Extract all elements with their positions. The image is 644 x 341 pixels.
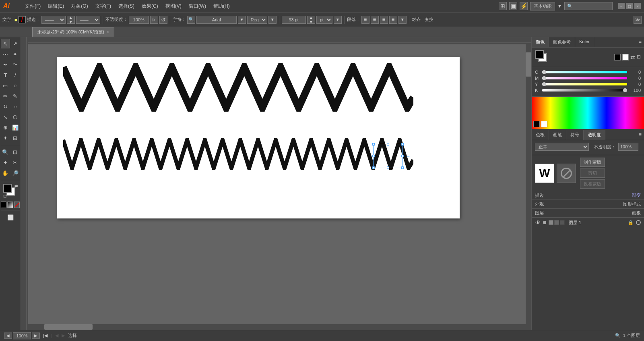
symbol-tool[interactable]: ✦ [1,133,10,143]
close-btn[interactable]: × [634,3,641,9]
eyedropper-tool[interactable]: 🔍 [1,147,10,157]
reflect-tool[interactable]: ↔ [11,102,20,111]
vscroll-thumb[interactable] [526,52,531,77]
menu-object[interactable]: 对象(O) [68,2,91,10]
artboard-tool[interactable]: ⬜ [6,212,15,222]
paintbrush-tool[interactable]: ✏ [1,91,10,101]
tab-symbols[interactable]: 符号 [566,130,584,140]
font-size-arrow[interactable]: ▲▼ [307,16,315,24]
menu-help[interactable]: 帮助(H) [210,2,233,10]
panel-reset-icon[interactable]: ⊡ [637,54,641,60]
menu-window[interactable]: 窗口(W) [186,2,209,10]
shear-tool[interactable]: ⬡ [11,112,20,122]
selection-tool[interactable]: ↖ [1,39,10,48]
magic-wand-tool[interactable]: ✦ [11,49,20,59]
warp-tool[interactable]: ⊕ [1,123,10,132]
minimize-btn[interactable]: − [618,3,625,9]
measure-tool[interactable]: ⊡ [11,147,20,157]
appearance-options-btn[interactable]: ≡ [637,130,644,140]
opacity-input[interactable] [129,16,149,24]
opacity-reset-btn[interactable]: ↺ [159,16,167,24]
lasso-tool[interactable]: ⋯ [1,49,10,59]
rotate-tool[interactable]: ↻ [1,102,10,111]
font-style-arrow[interactable]: ▼ [268,16,277,24]
font-name-input[interactable] [196,16,237,24]
font-name-arrow[interactable]: ▼ [238,16,246,24]
layer-visibility-btn[interactable]: 👁 [535,219,541,226]
direct-selection-tool[interactable]: ↗ [11,39,20,48]
m-slider[interactable] [542,77,627,79]
scissors-tool[interactable]: ✂ [11,158,20,167]
next-page-btn[interactable]: ▶ [32,333,40,339]
canvas-area[interactable]: → [21,37,531,330]
column-graph-tool[interactable]: ⊞ [11,133,20,143]
prev-page-btn[interactable]: ◀ [4,333,12,339]
unit-select[interactable]: pt [316,16,332,24]
stroke-gradient-link[interactable]: 渐变 [632,192,641,198]
zigzag-large[interactable] [63,63,413,112]
stroke-up-btn[interactable]: ▲▼ [67,16,75,24]
menu-edit[interactable]: 编辑(E) [45,2,67,10]
y-slider[interactable] [542,83,627,85]
small-swatch-none[interactable] [14,202,20,208]
color-spectrum[interactable] [532,97,644,129]
c-slider[interactable] [542,71,627,73]
tab-color[interactable]: 颜色 [532,37,549,47]
zoom-tool[interactable]: 🔎 [11,168,20,178]
align-justify-btn[interactable]: ≡ [389,16,397,24]
line-tool[interactable]: / [11,70,20,80]
foreground-swatch[interactable] [3,184,12,193]
make-mask-btn[interactable]: 制作蒙版 [580,158,605,167]
layer-lock-btn[interactable]: 🔒 [628,220,634,225]
panel-white-swatch[interactable] [622,54,629,60]
align-center-btn[interactable]: ≡ [371,16,379,24]
font-style-select[interactable]: Reg... [247,16,267,24]
more-align-btn[interactable]: ▼ [398,16,407,24]
panel-fg-swatch[interactable] [535,50,544,59]
maximize-btn[interactable]: □ [626,3,633,9]
tab-swatches[interactable]: 色板 [532,130,549,140]
zoom-input[interactable] [13,332,31,339]
search-input[interactable] [564,2,613,10]
graph-tool[interactable]: 📊 [11,123,20,132]
panel-options-btn[interactable]: ≡ [637,37,644,47]
stroke-color-swatch[interactable]: / [19,16,26,23]
k-slider[interactable] [542,89,627,91]
blend-mode-select[interactable]: 正常 [535,143,589,151]
tab-kuler[interactable]: Kuler [575,37,594,47]
more-options-btn[interactable]: ≫ [634,16,642,24]
search-status-icon[interactable]: 🔍 [615,333,621,338]
opacity-expand-btn[interactable]: ▷ [150,16,158,24]
menu-select[interactable]: 选择(S) [115,2,138,10]
document-tab[interactable]: 未标题-23* @ 100% (CMYK/预览) × [32,27,114,37]
tab-color-ref[interactable]: 颜色参考 [549,37,575,47]
rectangle-tool[interactable]: ▭ [1,81,10,90]
char-W-display[interactable]: W [535,164,554,183]
gpu-btn[interactable]: ⚡ [520,2,528,10]
spectrum-white[interactable] [541,121,547,127]
stroke-width-select[interactable]: —— [76,16,100,24]
opacity-input-panel[interactable] [618,143,638,151]
hand-tool[interactable]: ✋ [1,168,10,178]
zigzag-small[interactable] [63,138,413,170]
curvature-tool[interactable]: 〜 [11,60,20,69]
canvas-vertical-scrollbar[interactable] [526,44,531,330]
unit-arrow[interactable]: ▼ [334,16,342,24]
panel-swap-icon[interactable]: ⇄ [630,54,635,60]
view-mode-btn[interactable]: ▣ [509,2,517,10]
tab-brushes[interactable]: 画笔 [549,130,566,140]
menu-text[interactable]: 文字(T) [92,2,114,10]
menu-file[interactable]: 文件(F) [22,2,44,10]
blend-tool[interactable]: ✦ [1,158,10,167]
scale-tool[interactable]: ⤡ [1,112,10,122]
menu-effect[interactable]: 效果(C) [138,2,161,10]
tab-transparency[interactable]: 透明度 [584,130,605,140]
panel-black-swatch[interactable] [614,54,621,60]
align-right-btn[interactable]: ≡ [380,16,388,24]
spectrum-black[interactable] [533,121,540,127]
pencil-tool[interactable]: ✎ [11,91,20,101]
pen-tool[interactable]: ✒ [1,60,10,69]
stroke-select[interactable]: —— [41,16,66,24]
workspace-btn[interactable]: 基本功能 [530,2,555,10]
type-tool[interactable]: T [1,70,10,80]
